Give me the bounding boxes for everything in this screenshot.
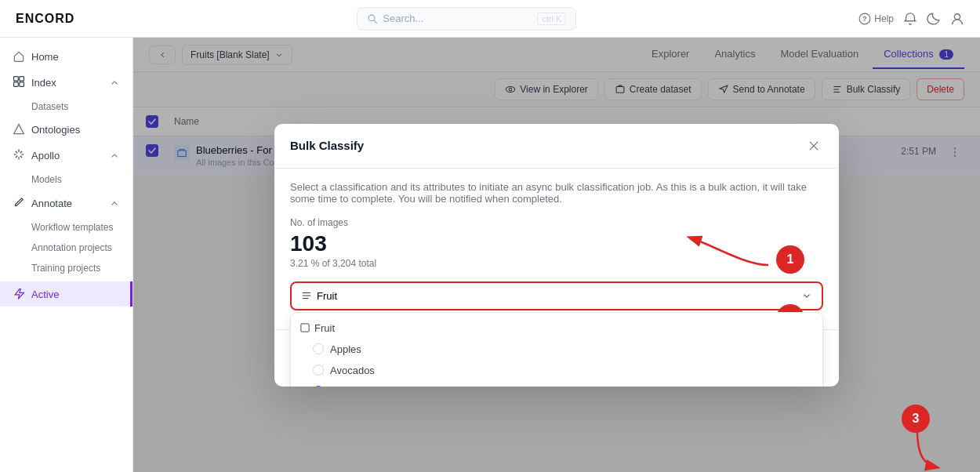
- moon-icon[interactable]: [927, 12, 941, 26]
- svg-line-1: [374, 20, 377, 24]
- logo: ENCORD: [16, 12, 74, 26]
- annotation-circle-3: 3: [902, 405, 930, 433]
- radio-blueberries: [313, 386, 324, 387]
- lightning-icon: [13, 288, 25, 300]
- help-icon: ? Help: [858, 13, 894, 25]
- svg-text:?: ?: [863, 15, 867, 23]
- bell-icon[interactable]: [903, 12, 917, 26]
- classification-icon: [301, 290, 312, 301]
- modal-count-label: No. of images: [290, 217, 823, 228]
- svg-rect-6: [20, 77, 24, 82]
- chevron-up-icon-2: [109, 151, 120, 162]
- search-icon: [367, 13, 378, 24]
- sidebar: Home Index Datasets: [0, 38, 133, 472]
- category-label: Fruit: [314, 322, 335, 334]
- svg-rect-5: [14, 77, 19, 82]
- sidebar-item-home-label: Home: [31, 51, 59, 63]
- sidebar-item-workflow-templates[interactable]: Workflow templates: [0, 217, 132, 238]
- dropdown-trigger[interactable]: Fruit: [290, 281, 823, 310]
- modal-body: Select a classification and its attribut…: [274, 169, 839, 329]
- global-search-bar[interactable]: Search... ctrl K: [357, 7, 576, 31]
- radio-apples: [313, 343, 324, 354]
- app-header: ENCORD Search... ctrl K ? Help: [0, 0, 980, 38]
- classification-dropdown[interactable]: Fruit Fruit: [290, 281, 823, 310]
- search-shortcut: ctrl K: [537, 13, 566, 25]
- sidebar-item-annotate[interactable]: Annotate: [0, 190, 132, 217]
- sidebar-item-apollo-label: Apollo: [31, 150, 60, 162]
- svg-rect-8: [20, 82, 24, 87]
- modal-count-section: No. of images 103 3.21 % of 3,204 total: [290, 217, 823, 269]
- home-icon: [13, 50, 25, 63]
- modal-count: 103: [290, 231, 823, 256]
- svg-point-4: [954, 13, 960, 19]
- modal-header: Bulk Classify: [274, 124, 839, 169]
- shapes-icon: [13, 123, 25, 136]
- pencil-icon: [13, 196, 25, 211]
- radio-avocados: [313, 365, 324, 376]
- search-placeholder: Search...: [383, 13, 423, 24]
- sidebar-item-active[interactable]: Active: [0, 281, 132, 307]
- close-icon: [808, 140, 820, 152]
- header-actions: ? Help: [858, 12, 964, 26]
- user-icon[interactable]: [950, 12, 964, 26]
- modal-count-sub: 3.21 % of 3,204 total: [290, 258, 823, 269]
- modal-description: Select a classification and its attribut…: [290, 181, 823, 205]
- sidebar-nav: Home Index Datasets: [0, 38, 132, 472]
- sparkle-icon: [13, 148, 25, 163]
- modal-overlay: Bulk Classify Select a classification an…: [133, 38, 980, 472]
- grid-icon: [13, 75, 25, 90]
- svg-rect-17: [301, 324, 309, 332]
- svg-point-0: [368, 15, 375, 21]
- chevron-down-icon-2: [801, 290, 812, 301]
- sidebar-item-ontologies-label: Ontologies: [31, 124, 80, 136]
- dropdown-menu: Fruit Apples Avocados: [290, 312, 823, 387]
- square-icon: [300, 323, 310, 332]
- sidebar-item-datasets[interactable]: Datasets: [0, 96, 132, 117]
- sidebar-item-home[interactable]: Home: [0, 44, 132, 69]
- sidebar-item-index-label: Index: [31, 77, 56, 89]
- sidebar-item-models[interactable]: Models: [0, 169, 132, 190]
- sidebar-item-index[interactable]: Index: [0, 69, 132, 96]
- main-panel: Fruits [Blank Slate] Explorer Analytics …: [133, 38, 980, 472]
- dropdown-selected-value: Fruit: [317, 290, 337, 302]
- svg-marker-9: [14, 125, 24, 134]
- modal-close-button[interactable]: [804, 136, 823, 155]
- body-layout: Home Index Datasets: [0, 38, 980, 472]
- dropdown-trigger-left: Fruit: [301, 290, 337, 302]
- sidebar-item-annotate-label: Annotate: [31, 198, 72, 209]
- dropdown-item-apples[interactable]: Apples: [291, 339, 822, 360]
- sidebar-item-apollo[interactable]: Apollo: [0, 142, 132, 169]
- app-root: ENCORD Search... ctrl K ? Help: [0, 0, 980, 472]
- sidebar-item-training-projects[interactable]: Training projects: [0, 258, 132, 278]
- sidebar-item-active-label: Active: [31, 289, 59, 300]
- dropdown-item-avocados[interactable]: Avocados: [291, 360, 822, 381]
- modal-title: Bulk Classify: [290, 139, 364, 152]
- bulk-classify-modal: Bulk Classify Select a classification an…: [274, 124, 839, 387]
- svg-rect-7: [14, 82, 19, 87]
- sidebar-item-annotation-projects[interactable]: Annotation projects: [0, 238, 132, 258]
- chevron-up-icon: [109, 78, 120, 89]
- chevron-up-icon-3: [109, 198, 120, 209]
- dropdown-item-blueberries[interactable]: Blueberries: [291, 381, 822, 387]
- dropdown-category-fruit: Fruit: [291, 318, 822, 339]
- sidebar-item-ontologies[interactable]: Ontologies: [0, 117, 132, 142]
